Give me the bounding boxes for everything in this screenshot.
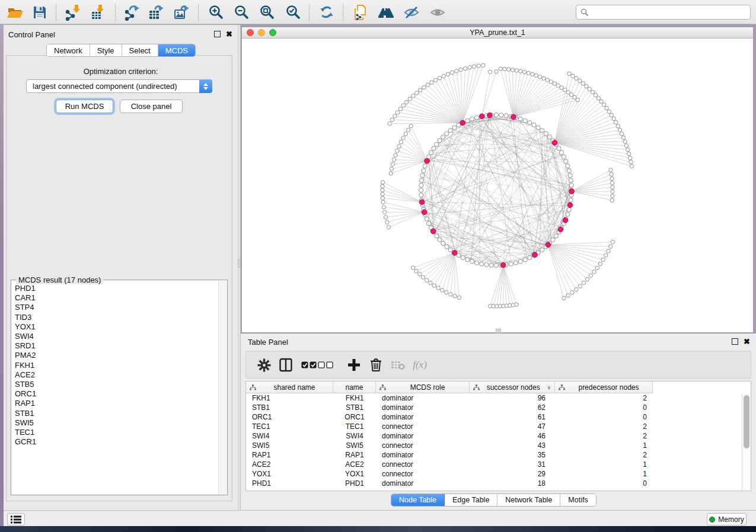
graph-node[interactable]: [610, 113, 613, 117]
graph-node[interactable]: [627, 152, 631, 156]
graph-node[interactable]: [567, 169, 571, 173]
show-graphics-icon[interactable]: [428, 3, 447, 22]
import-table-icon[interactable]: [89, 3, 108, 22]
graph-node[interactable]: [470, 117, 474, 121]
clone-network-icon[interactable]: [351, 3, 370, 22]
graph-node[interactable]: [538, 75, 541, 79]
add-column-icon[interactable]: [346, 357, 362, 373]
graph-node[interactable]: [477, 64, 480, 68]
graph-node[interactable]: [575, 287, 578, 291]
tab-network-table[interactable]: Network Table: [497, 494, 560, 506]
mcds-node[interactable]: [569, 189, 575, 194]
select-all-icon[interactable]: [301, 357, 317, 373]
window-minimize-icon[interactable]: [258, 29, 265, 36]
graph-node[interactable]: [420, 174, 425, 178]
graph-node[interactable]: [601, 258, 605, 261]
graph-node[interactable]: [598, 262, 602, 265]
mcds-result-item[interactable]: RAP1: [12, 399, 218, 408]
graph-node[interactable]: [616, 124, 620, 128]
tab-style[interactable]: Style: [90, 44, 122, 56]
mcds-result-item[interactable]: STP4: [12, 303, 218, 312]
graph-node[interactable]: [596, 97, 600, 100]
graph-node[interactable]: [455, 69, 458, 73]
column-header-successor-nodes[interactable]: successor nodes∨: [470, 382, 555, 393]
graph-node[interactable]: [582, 281, 585, 284]
graph-node[interactable]: [457, 296, 461, 299]
mcds-node[interactable]: [511, 114, 516, 120]
table-row[interactable]: ACE2ACE2connector311: [246, 460, 742, 469]
column-header-shared-name[interactable]: shared name: [246, 382, 333, 393]
graph-node[interactable]: [387, 225, 390, 229]
search-field[interactable]: [576, 5, 751, 20]
graph-node[interactable]: [435, 234, 439, 238]
graph-node[interactable]: [595, 266, 599, 270]
graph-node[interactable]: [523, 118, 527, 123]
graph-node[interactable]: [397, 145, 401, 148]
graph-node[interactable]: [421, 275, 425, 279]
graph-node[interactable]: [419, 193, 423, 197]
search-binoculars-icon[interactable]: [377, 3, 395, 22]
graph-node[interactable]: [425, 217, 429, 221]
gear-icon[interactable]: [256, 357, 272, 373]
graph-node[interactable]: [607, 249, 610, 253]
graph-node[interactable]: [519, 69, 522, 73]
tab-select[interactable]: Select: [122, 44, 158, 56]
graph-node[interactable]: [599, 100, 603, 103]
graph-node[interactable]: [494, 263, 498, 267]
graph-node[interactable]: [422, 169, 426, 173]
graph-node[interactable]: [381, 188, 384, 192]
graph-node[interactable]: [488, 70, 492, 73]
graph-node[interactable]: [591, 90, 594, 94]
graph-node[interactable]: [553, 82, 556, 85]
graph-node[interactable]: [566, 294, 570, 297]
graph-node[interactable]: [422, 85, 426, 89]
graph-node[interactable]: [392, 158, 395, 161]
graph-node[interactable]: [518, 117, 522, 121]
mcds-node[interactable]: [480, 114, 485, 119]
graph-node[interactable]: [578, 79, 582, 82]
graph-node[interactable]: [472, 65, 476, 68]
graph-node[interactable]: [562, 155, 566, 159]
mcds-result-item[interactable]: TID3: [12, 313, 218, 322]
memory-button[interactable]: Memory: [707, 513, 747, 525]
graph-node[interactable]: [427, 222, 431, 226]
graph-node[interactable]: [384, 216, 387, 219]
mcds-node[interactable]: [452, 251, 457, 256]
graph-node[interactable]: [381, 196, 384, 200]
optimization-criterion-select[interactable]: largest connected component (undirected): [26, 79, 212, 93]
graph-node[interactable]: [515, 69, 518, 72]
graph-node[interactable]: [546, 78, 549, 82]
graph-node[interactable]: [568, 174, 572, 178]
graph-node[interactable]: [626, 148, 630, 152]
network-canvas[interactable]: [242, 39, 753, 332]
table-scrollbar[interactable]: [742, 393, 751, 491]
graph-node[interactable]: [569, 178, 573, 182]
zoom-selected-icon[interactable]: [284, 3, 303, 22]
graph-node[interactable]: [566, 164, 570, 168]
graph-node[interactable]: [504, 114, 508, 118]
graph-node[interactable]: [549, 80, 553, 84]
graph-node[interactable]: [415, 91, 419, 95]
graph-node[interactable]: [611, 185, 614, 189]
close-panel-icon[interactable]: ✖: [226, 31, 232, 37]
mcds-node[interactable]: [422, 210, 427, 215]
graph-node[interactable]: [430, 81, 433, 84]
graph-node[interactable]: [418, 273, 422, 276]
graph-node[interactable]: [575, 76, 578, 80]
table-row[interactable]: FKH1FKH1dominator962: [246, 393, 742, 403]
column-header-MCDS-role[interactable]: MCDS role: [376, 382, 470, 393]
graph-node[interactable]: [494, 113, 498, 117]
mcds-result-list[interactable]: PHD1CAR1STP4TID3YOX1SWI4SRD1PMA2FKH1ACE2…: [12, 284, 218, 494]
graph-node[interactable]: [446, 72, 449, 76]
save-icon[interactable]: [30, 3, 49, 22]
graph-node[interactable]: [441, 241, 445, 245]
mcds-result-item[interactable]: SWI4: [12, 332, 218, 341]
graph-node[interactable]: [382, 206, 385, 209]
graph-node[interactable]: [438, 139, 442, 143]
table-row[interactable]: STB1STB1dominator620: [246, 403, 742, 412]
graph-node[interactable]: [566, 91, 570, 94]
mcds-result-item[interactable]: GCR1: [12, 437, 218, 447]
run-mcds-button[interactable]: Run MCDS: [56, 100, 113, 113]
graph-node[interactable]: [390, 118, 394, 121]
mcds-result-item[interactable]: STB1: [12, 409, 218, 418]
